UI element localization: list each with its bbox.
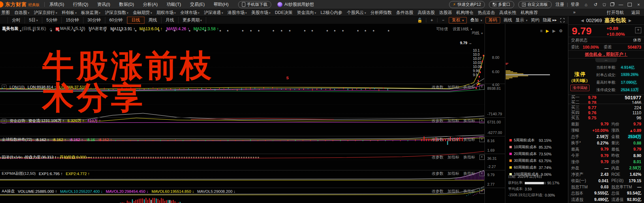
menu-item-0[interactable]: 系统(S) bbox=[49, 1, 64, 7]
minimize-icon[interactable]: — bbox=[618, 2, 624, 7]
nav-item-13[interactable]: 资金流向▾ bbox=[297, 10, 316, 16]
close-icon[interactable]: × bbox=[636, 2, 641, 7]
hide-button[interactable]: 隐藏 ▸▸ bbox=[543, 17, 557, 23]
close-pane-icon[interactable]: × bbox=[479, 155, 485, 160]
switch-indicator-button[interactable]: 换指标 bbox=[463, 85, 475, 90]
nav-item-15[interactable]: 个股风云▾ bbox=[347, 10, 366, 16]
simple-mode-button[interactable]: 简约 bbox=[531, 17, 539, 23]
add-indicator-button[interactable]: 加指标 bbox=[448, 137, 460, 142]
nav-item-3[interactable]: 科创板▾ bbox=[62, 10, 77, 16]
menu-item-5[interactable]: 功能(T) bbox=[167, 1, 181, 7]
add-indicator-button[interactable]: 加指标 bbox=[448, 155, 460, 160]
overlay-button[interactable]: 叠加 ▾ bbox=[470, 17, 482, 23]
nav-item-11[interactable]: 美股市场▾ bbox=[251, 10, 271, 16]
change-params-button[interactable]: 改参数 bbox=[432, 85, 444, 90]
zoom-out-button[interactable]: － bbox=[441, 17, 445, 23]
switch-indicator-button[interactable]: 换指标 bbox=[463, 137, 475, 142]
nav-item-4[interactable]: 板块监测▾ bbox=[81, 10, 101, 16]
nav-item-8[interactable]: 全球市场▾ bbox=[180, 10, 200, 16]
switch-indicator-button[interactable]: 换指标 bbox=[463, 155, 475, 160]
maximize-icon[interactable] bbox=[628, 3, 632, 6]
switch-indicator-button[interactable]: 换指标 bbox=[463, 171, 475, 176]
menu-item-3[interactable]: 数据(D) bbox=[119, 1, 134, 7]
period-tab-更多周期[interactable]: 更多周期▾ bbox=[179, 17, 206, 23]
custom-panel-button[interactable]: 自定义面板 bbox=[518, 1, 552, 8]
switch-indicator-button[interactable]: 换指标 bbox=[463, 189, 475, 194]
ma-menu-button[interactable]: 均线 ▾ bbox=[472, 31, 483, 36]
close-pane-icon[interactable]: × bbox=[479, 137, 485, 142]
change-params-button[interactable]: 改参数 bbox=[432, 155, 444, 160]
multi-window-button[interactable]: 多窗口 bbox=[489, 1, 514, 8]
period-tab-5分钟[interactable]: 5分钟 bbox=[42, 17, 62, 23]
register-link[interactable]: 注册 bbox=[556, 2, 564, 7]
help-icon[interactable]: ? bbox=[2, 119, 6, 123]
add-to-watchlist-button[interactable]: + bbox=[635, 27, 641, 33]
lock-icon[interactable]: 🔓 bbox=[417, 18, 423, 23]
switch-indicator-button[interactable]: 换指标 bbox=[463, 118, 475, 123]
menu-item-4[interactable]: 分析(A) bbox=[143, 1, 157, 7]
nav-item-21[interactable]: 热点追击 bbox=[478, 10, 495, 16]
nav-item-7[interactable]: 期权市场▾ bbox=[156, 10, 176, 16]
ai-promo-button[interactable]: AI炒股就用妙想 bbox=[277, 2, 314, 7]
nav-item-18[interactable]: 高级选股 bbox=[418, 10, 435, 16]
collapse-tab[interactable]: ︿ bbox=[595, 58, 617, 62]
period-tab-日线[interactable]: 日线 bbox=[127, 17, 144, 24]
nav-item-1[interactable]: 自选股▾ bbox=[14, 10, 29, 16]
nav-item-12[interactable]: DDE决策 bbox=[275, 10, 292, 16]
add-indicator-button[interactable]: 加指标 bbox=[448, 189, 460, 194]
fullscreen-icon[interactable] bbox=[560, 18, 565, 22]
menu-item-6[interactable]: 交易(E) bbox=[190, 1, 204, 7]
nav-item-5[interactable]: 沪深京指数▾ bbox=[105, 10, 128, 16]
open-navigation-button[interactable]: 打开导航 bbox=[607, 10, 624, 16]
period-tab-分时[interactable]: 分时 bbox=[7, 17, 25, 23]
quick-trade-button[interactable]: ⚡ 快速交易P12 bbox=[449, 1, 485, 8]
period-tab-30分钟[interactable]: 30分钟 bbox=[83, 17, 105, 23]
set-lines-button[interactable]: 设置18线 ▾ bbox=[453, 27, 472, 32]
nav-item-9[interactable]: 沪深港通▾ bbox=[204, 10, 223, 16]
convertible-bond-link[interactable]: 可转债 bbox=[436, 27, 448, 32]
menu-item-2[interactable]: 资讯(I) bbox=[97, 1, 110, 7]
limit-up-secret-button[interactable]: 涨停揭秘 bbox=[570, 85, 589, 91]
nav-item-16[interactable]: 分析师指数 bbox=[370, 10, 392, 16]
nav-more-button[interactable]: » bbox=[573, 10, 576, 16]
add-indicator-button[interactable]: 加指标 bbox=[448, 171, 460, 176]
period-tab-15分钟[interactable]: 15分钟 bbox=[62, 17, 83, 23]
period-tab-5日[interactable]: 5日▾ bbox=[25, 17, 42, 23]
draw-line-button[interactable]: 画线 bbox=[504, 17, 512, 23]
menu-item-7[interactable]: 帮助(H) bbox=[214, 1, 229, 7]
next-stock-icon[interactable]: ▶ bbox=[629, 18, 631, 23]
close-pane-icon[interactable]: × bbox=[479, 85, 485, 90]
open-account-link[interactable]: 抓住机会，即刻开户！ bbox=[568, 50, 644, 58]
back-button[interactable]: 返回 bbox=[631, 10, 640, 16]
period-tab-周线[interactable]: 周线 bbox=[144, 17, 162, 23]
prev-stock-icon[interactable]: ◀ bbox=[581, 18, 584, 23]
nav-item-14[interactable]: L2核心内参 bbox=[321, 10, 342, 16]
nav-item-0[interactable]: 景图 bbox=[1, 10, 10, 16]
change-params-button[interactable]: 改参数 bbox=[432, 171, 444, 176]
nav-item-23[interactable]: 机构推荐 bbox=[521, 10, 538, 16]
change-params-button[interactable]: 改参数 bbox=[432, 118, 444, 123]
nav-item-10[interactable]: 港股市场▾ bbox=[228, 10, 247, 16]
close-pane-icon[interactable]: × bbox=[479, 118, 485, 123]
change-params-button[interactable]: 改参数 bbox=[432, 137, 444, 142]
window-switch-icon[interactable] bbox=[610, 3, 614, 6]
nav-item-17[interactable]: 条件选股 bbox=[396, 10, 413, 16]
skin-icon[interactable] bbox=[602, 3, 606, 6]
change-params-button[interactable]: 改参数 bbox=[432, 189, 444, 194]
help-icon[interactable]: ? bbox=[2, 85, 6, 89]
nav-item-22[interactable]: 高成长性 bbox=[499, 10, 516, 16]
home-icon[interactable]: ⌂ bbox=[583, 2, 589, 7]
display-button[interactable]: 显示 ▾ bbox=[516, 17, 527, 23]
nav-item-19[interactable]: 选股器 bbox=[439, 10, 452, 16]
chips-button[interactable]: 筹码 bbox=[486, 17, 500, 23]
add-indicator-button[interactable]: 加指标 bbox=[448, 118, 460, 123]
login-link[interactable]: 登录 bbox=[571, 2, 579, 7]
mobile-download-button[interactable]: 手机版下载 bbox=[238, 1, 271, 8]
nav-item-2[interactable]: 沪深京排行▾ bbox=[34, 10, 57, 16]
close-pane-icon[interactable]: × bbox=[479, 189, 485, 194]
period-tab-60分钟[interactable]: 60分钟 bbox=[105, 17, 127, 23]
zoom-in-button[interactable]: ＋ bbox=[430, 17, 434, 23]
menu-item-1[interactable]: 行情(Q) bbox=[73, 1, 88, 7]
nav-item-20[interactable]: 机构增仓 bbox=[456, 10, 473, 16]
adjust-price-button[interactable]: 复权 ▾ bbox=[449, 17, 467, 23]
